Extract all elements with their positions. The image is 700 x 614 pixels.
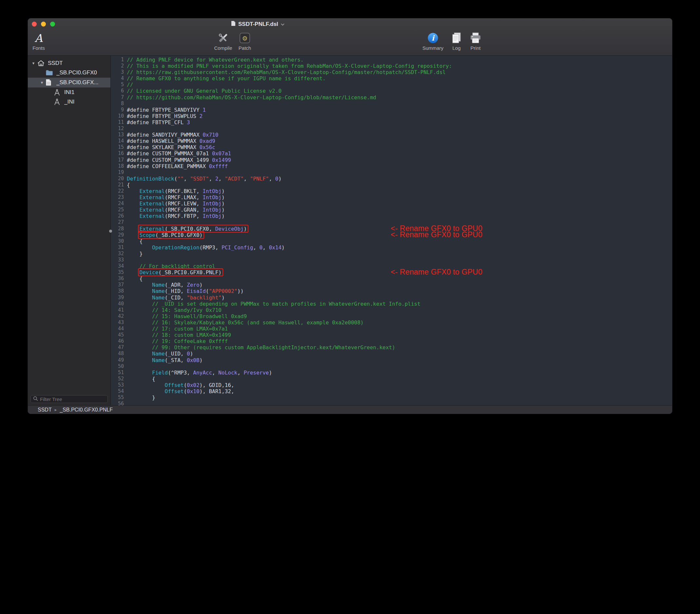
- code-line[interactable]: 51 Field(^RMP3, AnyAcc, NoLock, Preserve…: [111, 369, 672, 376]
- code-line[interactable]: 40 // _UID is set depending on PWMMax to…: [111, 301, 672, 307]
- line-number: 15: [111, 144, 124, 150]
- code-text: // Adding PNLF device for WhateverGreen.…: [127, 57, 303, 63]
- code-line[interactable]: 54 Offset(0x10), BAR1,32,: [111, 388, 672, 394]
- document-proxy-icon[interactable]: [231, 21, 236, 27]
- code-line[interactable]: 4// Rename GFX0 to anything else if your…: [111, 75, 672, 82]
- zoom-button[interactable]: [50, 22, 55, 26]
- line-number: 7: [111, 95, 124, 101]
- sidebar-item-ssdt[interactable]: ▼SSDT: [28, 58, 110, 68]
- code-line[interactable]: 55 }: [111, 394, 672, 401]
- log-button[interactable]: Log: [446, 31, 467, 51]
- line-number: 12: [111, 125, 124, 132]
- code-line[interactable]: 3// https://raw.githubusercontent.com/Re…: [111, 69, 672, 75]
- code-line[interactable]: 16#define CUSTOM_PWMMAX_07a1 0x07a1: [111, 150, 672, 156]
- tree-item-label: _INI: [64, 99, 74, 105]
- code-line[interactable]: 20DefinitionBlock("", "SSDT", 2, "ACDT",…: [111, 176, 672, 182]
- code-line[interactable]: 53 Offset(0x02), GDID,16,: [111, 382, 672, 388]
- code-text: #define CUSTOM_PWMMAX_07a1 0x07a1: [127, 150, 231, 156]
- sidebar-item-sb-pci0-gfx0[interactable]: _SB.PCI0.GFX0: [28, 68, 110, 78]
- breadcrumb-path[interactable]: _SB.PCI0.GFX0.PNLF: [60, 407, 113, 413]
- code-text: {: [127, 238, 142, 245]
- line-number: 1: [111, 57, 124, 63]
- code-line[interactable]: 35 Device(_SB.PCI0.GFX0.PNLF)<- Rename G…: [111, 269, 672, 276]
- code-text: Name(_CID, "backlight"): [127, 295, 225, 301]
- code-line[interactable]: 47 // 99: Other (requires custom AppleBa…: [111, 344, 672, 351]
- titlebar[interactable]: SSDT-PNLF.dsl: [28, 18, 672, 29]
- code-line[interactable]: 36 {: [111, 276, 672, 282]
- line-number: 51: [111, 369, 124, 376]
- line-number: 38: [111, 288, 124, 294]
- chevron-down-icon[interactable]: [281, 21, 285, 27]
- code-line[interactable]: 39 Name(_CID, "backlight"): [111, 295, 672, 301]
- line-number: 16: [111, 150, 124, 156]
- code-line[interactable]: 32 }: [111, 251, 672, 257]
- filter-tree-field[interactable]: [30, 395, 108, 403]
- code-line[interactable]: 13#define SANDYIVY_PWMMAX 0x710: [111, 132, 672, 138]
- code-line[interactable]: 24 External(RMCF.LEVW, IntObj): [111, 201, 672, 207]
- code-line[interactable]: 23 External(RMCF.LMAX, IntObj): [111, 194, 672, 201]
- code-text: Name(_UID, 0): [127, 351, 193, 357]
- line-number: 24: [111, 201, 124, 207]
- code-line[interactable]: 41 // 14: Sandy/Ivy 0x710: [111, 307, 672, 313]
- sidebar-item-ini1[interactable]: INI1: [28, 87, 110, 97]
- code-line[interactable]: 5//: [111, 82, 672, 88]
- code-text: }: [127, 394, 155, 401]
- fonts-button[interactable]: A Fonts: [28, 31, 49, 51]
- code-line[interactable]: 22 External(RMCF.BKLT, IntObj): [111, 188, 672, 194]
- sidebar-item-sb-pci0-gfx[interactable]: ▼_SB.PCI0.GFX...: [28, 78, 110, 87]
- code-line[interactable]: 14#define HASWELL_PWMMAX 0xad9: [111, 138, 672, 144]
- disclosure-triangle-icon[interactable]: ▼: [30, 61, 37, 65]
- code-line[interactable]: 33: [111, 257, 672, 263]
- code-line[interactable]: 38 Name(_HID, EisaId("APP0002")): [111, 288, 672, 294]
- code-line[interactable]: 26 External(RMCF.FBTP, IntObj): [111, 213, 672, 219]
- code-line[interactable]: 37 Name(_ADR, Zero): [111, 282, 672, 288]
- code-line[interactable]: 30 {: [111, 238, 672, 245]
- code-line[interactable]: 17#define CUSTOM_PWMMAX_1499 0x1499: [111, 157, 672, 163]
- code-line[interactable]: 46 // 19: CoffeeLake 0xffff: [111, 338, 672, 344]
- summary-button[interactable]: i Summary: [419, 31, 447, 51]
- line-number: 2: [111, 63, 124, 69]
- line-number: 10: [111, 113, 124, 119]
- code-line[interactable]: 10#define FBTYPE_HSWPLUS 2: [111, 113, 672, 119]
- code-line[interactable]: 2// This is a modified PNLF version orig…: [111, 63, 672, 69]
- code-line[interactable]: 18#define COFFEELAKE_PWMMAX 0xffff: [111, 163, 672, 170]
- code-line[interactable]: 49 Name(_STA, 0x0B): [111, 357, 672, 363]
- filter-tree-input[interactable]: [40, 397, 105, 402]
- code-line[interactable]: 9#define FBTYPE_SANDYIVY 1: [111, 107, 672, 113]
- code-line[interactable]: 25 External(RMCF.GRAN, IntObj): [111, 207, 672, 213]
- code-line[interactable]: 52 {: [111, 376, 672, 382]
- code-line[interactable]: 11#define FBTYPE_CFL 3: [111, 119, 672, 125]
- code-line[interactable]: 31 OperationRegion(RMP3, PCI_Config, 0, …: [111, 245, 672, 251]
- window-title-group[interactable]: SSDT-PNLF.dsl: [231, 21, 285, 27]
- code-line[interactable]: 7// https://github.com/RehabMan/OS-X-Clo…: [111, 95, 672, 101]
- print-button[interactable]: Print: [465, 31, 486, 51]
- breadcrumb-root[interactable]: SSDT: [38, 407, 52, 413]
- code-line[interactable]: 42 // 15: Haswell/Broadwell 0xad9: [111, 313, 672, 319]
- code-text: External(RMCF.FBTP, IntObj): [127, 213, 225, 219]
- disclosure-triangle-icon[interactable]: ▼: [38, 80, 46, 85]
- code-line[interactable]: 29 Scope(_SB.PCI0.GFX0)<- Rename GFX0 to…: [111, 232, 672, 238]
- code-text: // _UID is set depending on PWMMax to ma…: [127, 301, 421, 307]
- line-number: 31: [111, 245, 124, 251]
- code-line[interactable]: 21{: [111, 182, 672, 188]
- code-line[interactable]: 48 Name(_UID, 0): [111, 351, 672, 357]
- close-button[interactable]: [32, 22, 37, 26]
- code-line[interactable]: 19: [111, 170, 672, 176]
- code-line[interactable]: 12: [111, 125, 672, 132]
- sidebar-item-ini[interactable]: _INI: [28, 97, 110, 107]
- code-editor[interactable]: 1// Adding PNLF device for WhateverGreen…: [111, 56, 672, 405]
- code-line[interactable]: 45 // 18: custom LMAX=0x1499: [111, 332, 672, 338]
- code-line[interactable]: 50: [111, 363, 672, 369]
- code-line[interactable]: 8: [111, 101, 672, 107]
- code-line[interactable]: 1// Adding PNLF device for WhateverGreen…: [111, 57, 672, 63]
- code-line[interactable]: 15#define SKYLAKE_PWMMAX 0x56c: [111, 144, 672, 150]
- code-line[interactable]: 6// Licensed under GNU General Public Li…: [111, 88, 672, 94]
- minimize-button[interactable]: [41, 22, 46, 26]
- code-text: // https://github.com/RehabMan/OS-X-Clov…: [127, 95, 376, 101]
- line-number: 35: [111, 269, 124, 276]
- code-line[interactable]: 44 // 17: custom LMAX=0x7a1: [111, 326, 672, 332]
- code-line[interactable]: 43 // 16: Skylake/KabyLake 0x56c (and so…: [111, 319, 672, 326]
- code-line[interactable]: 56: [111, 401, 672, 405]
- method-icon: [53, 89, 63, 96]
- patch-button[interactable]: ⚙ Patch: [233, 31, 257, 51]
